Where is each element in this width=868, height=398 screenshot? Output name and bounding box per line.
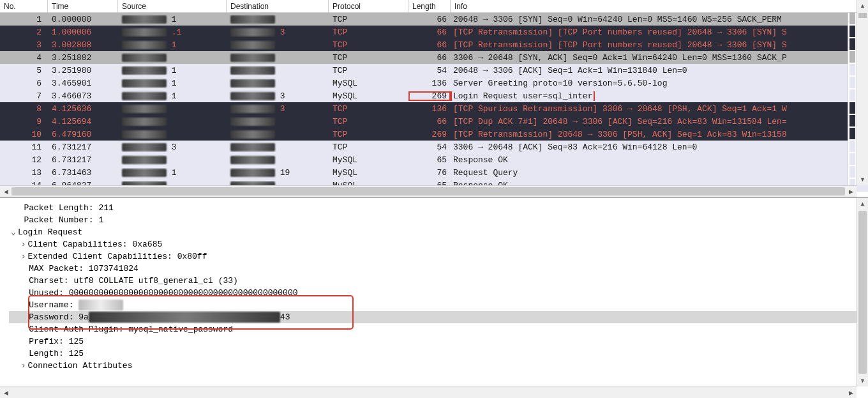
detail-packet-number: Packet Number: 1 [9, 214, 857, 226]
cell-no: 1 [0, 15, 48, 24]
scroll-thumb[interactable] [11, 187, 845, 195]
cell-no: 10 [0, 130, 48, 139]
detail-prefix: Prefix: 125 [9, 335, 857, 348]
packet-detail-pane: Packet Length: 211 Packet Number: 1 ⌄Log… [0, 198, 868, 398]
scroll-down-icon[interactable]: ▼ [857, 375, 868, 387]
col-header-info[interactable]: Info [451, 0, 868, 12]
redacted-ip [230, 104, 275, 114]
detail-packet-length: Packet Length: 211 [9, 202, 857, 214]
redacted-ip [230, 27, 275, 37]
chevron-right-icon[interactable]: › [19, 250, 28, 263]
redacted-ip [122, 79, 167, 88]
cell-source: 1 [118, 168, 227, 178]
detail-ext-capabilities[interactable]: ›Extended Client Capabilities: 0x80ff [9, 250, 857, 263]
packet-row[interactable]: 84.125636 3TCP136[TCP Spurious Retransmi… [0, 102, 868, 115]
cell-destination [227, 79, 329, 88]
scroll-right-icon[interactable]: ▶ [845, 387, 857, 398]
redacted-ip [122, 168, 167, 178]
cell-length: 269 [408, 130, 451, 139]
cell-source: 1 [118, 66, 227, 75]
cell-length: 76 [408, 168, 451, 178]
cell-no: 4 [0, 53, 48, 63]
col-header-source[interactable]: Source [118, 0, 227, 12]
row-marker [849, 64, 855, 75]
packet-list-hscrollbar[interactable]: ◀ ▶ [0, 185, 857, 197]
col-header-destination[interactable]: Destination [227, 0, 329, 12]
row-marker [849, 77, 855, 88]
cell-info: [TCP Retransmission] 20648 → 3306 [PSH, … [451, 130, 868, 139]
cell-info: 3306 → 20648 [ACK] Seq=83 Ack=216 Win=64… [451, 142, 868, 152]
redacted-ip [230, 79, 275, 88]
scroll-left-icon[interactable]: ◀ [0, 186, 11, 197]
detail-vscrollbar[interactable]: ▲ ▼ [857, 198, 868, 387]
cell-destination [227, 66, 329, 75]
cell-info: Server Greeting proto=10 version=5.6.50-… [451, 79, 868, 88]
cell-destination [227, 142, 329, 152]
row-marker [849, 38, 855, 50]
row-marker [849, 141, 855, 152]
packet-row[interactable]: 63.465901 1 MySQL136Server Greeting prot… [0, 77, 868, 89]
cell-protocol: MySQL [329, 79, 408, 88]
redacted-ip [230, 142, 275, 152]
cell-source [118, 155, 227, 165]
redacted-ip [230, 130, 275, 139]
packet-row[interactable]: 43.251882 TCP663306 → 20648 [SYN, ACK] S… [0, 51, 868, 64]
cell-destination [227, 15, 329, 24]
scroll-right-icon[interactable]: ▶ [845, 186, 857, 197]
packet-row[interactable]: 94.125694 TCP66[TCP Dup ACK 7#1] 20648 →… [0, 115, 868, 128]
cell-time: 6.731217 [48, 155, 118, 165]
packet-row[interactable]: 21.000006 .1 3TCP66[TCP Retransmission] … [0, 26, 868, 38]
packet-list-vscrollbar[interactable]: ▲ ▼ [857, 0, 868, 185]
col-header-protocol[interactable]: Protocol [329, 0, 408, 12]
packet-row[interactable]: 126.731217 MySQL65Response OK [0, 153, 868, 166]
redacted-ip [230, 66, 275, 75]
cell-protocol: MySQL [329, 91, 408, 101]
redacted-ip [122, 27, 167, 37]
redacted-ip [122, 142, 167, 152]
redacted-ip [122, 40, 167, 50]
col-header-length[interactable]: Length [408, 0, 451, 12]
packet-marker-column [848, 13, 857, 185]
cell-info: [TCP Retransmission] [TCP Port numbers r… [451, 27, 868, 37]
cell-destination [227, 40, 329, 50]
packet-row[interactable]: 106.479160 TCP269[TCP Retransmission] 20… [0, 128, 868, 141]
scroll-left-icon[interactable]: ◀ [0, 387, 11, 398]
detail-login-request[interactable]: ⌄Login Request [9, 226, 857, 238]
col-header-time[interactable]: Time [48, 0, 118, 12]
packet-row[interactable]: 73.466073 1 3MySQL269Login Request user=… [0, 89, 868, 102]
scroll-up-icon[interactable]: ▲ [857, 0, 868, 11]
scroll-thumb[interactable] [858, 211, 867, 374]
cell-length: 54 [408, 142, 451, 152]
packet-row[interactable]: 116.731217 3 TCP543306 → 20648 [ACK] Seq… [0, 141, 868, 153]
scroll-thumb[interactable] [858, 13, 867, 18]
cell-protocol: TCP [329, 27, 408, 37]
cell-info: 3306 → 20648 [SYN, ACK] Seq=0 Ack=1 Win=… [451, 53, 868, 63]
cell-info: 20648 → 3306 [SYN] Seq=0 Win=64240 Len=0… [451, 15, 868, 24]
cell-no: 7 [0, 91, 48, 101]
detail-client-capabilities[interactable]: ›Client Capabilities: 0xa685 [9, 238, 857, 250]
cell-length: 66 [408, 117, 451, 126]
redacted-ip [122, 53, 167, 63]
cell-time: 4.125694 [48, 117, 118, 126]
cell-time: 3.466073 [48, 91, 118, 101]
packet-row[interactable]: 136.731463 1 19MySQL76Request Query [0, 166, 868, 179]
cell-info: [TCP Dup ACK 7#1] 20648 → 3306 [ACK] Seq… [451, 117, 868, 126]
chevron-right-icon[interactable]: › [19, 360, 28, 372]
packet-row[interactable]: 53.251980 1 TCP5420648 → 3306 [ACK] Seq=… [0, 64, 868, 77]
packet-row[interactable]: 33.002808 1 TCP66[TCP Retransmission] [T… [0, 38, 868, 51]
cell-no: 9 [0, 117, 48, 126]
cell-source [118, 117, 227, 126]
redacted-ip [122, 155, 167, 165]
detail-hscrollbar[interactable]: ◀ ▶ [0, 387, 857, 398]
packet-row[interactable]: 10.000000 1 TCP6620648 → 3306 [SYN] Seq=… [0, 13, 868, 26]
chevron-right-icon[interactable]: › [19, 238, 28, 250]
redacted-ip [230, 155, 275, 165]
detail-conn-attrs[interactable]: ›Connection Attributes [9, 360, 857, 372]
row-marker [849, 89, 855, 101]
scroll-up-icon[interactable]: ▲ [857, 198, 868, 210]
cell-source [118, 53, 227, 63]
scroll-down-icon[interactable]: ▼ [857, 174, 868, 185]
col-header-no[interactable]: No. [0, 0, 48, 12]
chevron-down-icon[interactable]: ⌄ [9, 226, 18, 238]
cell-destination [227, 130, 329, 139]
